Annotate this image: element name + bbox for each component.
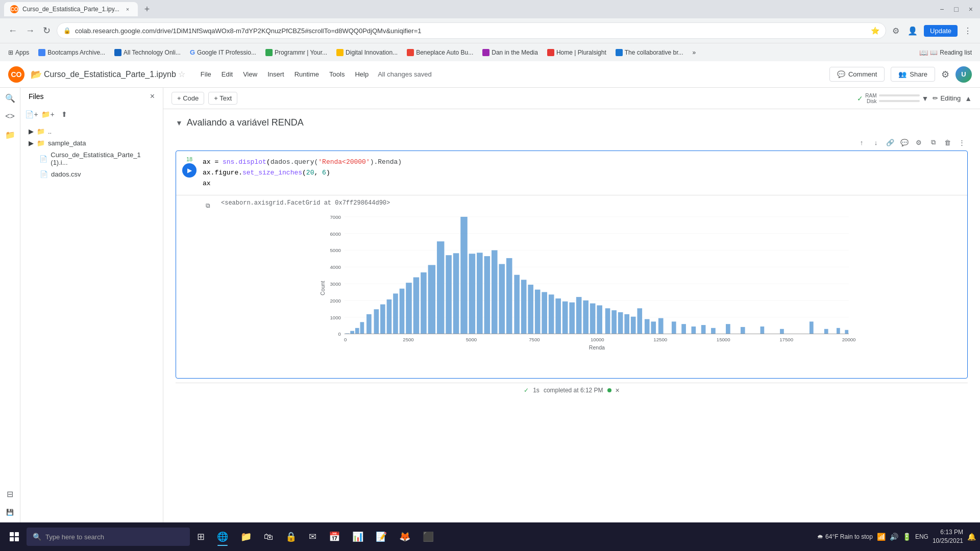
url-input[interactable] [75, 27, 867, 35]
taskbar-search-box[interactable]: 🔍 Type here to search [27, 528, 190, 546]
more-cell-button[interactable]: ⋮ [955, 136, 968, 148]
share-button[interactable]: 👥 Share [891, 67, 935, 82]
firefox-icon: 🦊 [399, 531, 410, 542]
taskbar-app-sticky[interactable]: 📝 [371, 527, 392, 547]
profile-button[interactable]: 👤 [905, 24, 920, 38]
sidebar-disk-icon-btn[interactable]: 💾 [2, 504, 18, 520]
taskbar-app-explorer[interactable]: 📁 [235, 527, 257, 547]
browser-tab[interactable]: CO Curso_de_Estatistica_Parte_1.ipy... × [4, 2, 138, 16]
move-up-button[interactable]: ↑ [855, 136, 868, 148]
taskbar-task-view[interactable]: ⊞ [192, 527, 210, 547]
taskbar-app-mail[interactable]: ✉ [304, 527, 322, 547]
move-down-button[interactable]: ↓ [870, 136, 882, 148]
expand-resources-button[interactable]: ▼ [922, 94, 929, 103]
file-tree-dados[interactable]: 📄 dados.csv [24, 168, 159, 180]
bookmark-programmr[interactable]: Programmr | Your... [261, 47, 331, 58]
bookmark-google-it[interactable]: G Google IT Professio... [186, 46, 260, 58]
weather-icon: 🌧 [817, 533, 823, 540]
file-tree-parent[interactable]: ▶ 📁 .. [24, 126, 159, 137]
bookmark-more[interactable]: » [689, 47, 700, 58]
run-cell-button[interactable]: ▶ [182, 163, 197, 178]
update-button[interactable]: Update [924, 25, 958, 37]
forward-button[interactable]: → [23, 23, 37, 38]
bookmark-beneplace[interactable]: Beneplace Auto Bu... [403, 47, 477, 58]
completion-text: completed at 6:12 PM [544, 387, 603, 394]
taskbar-app-security[interactable]: 🔒 [280, 527, 302, 547]
bookmark-tech[interactable]: All Technology Onli... [110, 47, 185, 58]
start-button[interactable] [4, 527, 24, 547]
folder-icon-parent: 📁 [37, 128, 45, 135]
volume-icon[interactable]: 🔊 [890, 533, 898, 541]
taskbar-app-edge[interactable]: 🌐 [212, 527, 233, 547]
taskbar-app-terminal[interactable]: ⬛ [418, 527, 439, 547]
maximize-button[interactable]: □ [951, 4, 961, 14]
menu-runtime[interactable]: Runtime [289, 67, 324, 81]
back-button[interactable]: ← [6, 23, 19, 38]
minimize-button[interactable]: − [937, 4, 947, 14]
comment-button[interactable]: 💬 Comment [829, 67, 885, 82]
svg-rect-70 [780, 329, 784, 334]
svg-rect-25 [400, 289, 405, 334]
copy-cell-button[interactable]: ⧉ [927, 136, 939, 148]
bookmark-pluralsight[interactable]: Home | Pluralsight [543, 47, 610, 58]
battery-icon[interactable]: 🔋 [902, 533, 911, 541]
add-text-button[interactable]: + Text [208, 92, 237, 105]
menu-view[interactable]: View [238, 67, 262, 81]
link-button[interactable]: 🔗 [884, 136, 896, 148]
bookmark-digital[interactable]: Digital Innovation... [332, 47, 402, 58]
taskbar-app-calendar[interactable]: 📅 [324, 527, 345, 547]
section-collapse-button[interactable]: ▼ [176, 119, 183, 127]
new-tab-button[interactable]: + [140, 2, 154, 16]
bookmark-dan-label: Dan in the Media [492, 49, 538, 56]
taskbar-search-placeholder: Type here to search [45, 533, 104, 541]
refresh-button[interactable]: ↻ [41, 23, 53, 38]
new-file-button[interactable]: 📄+ [24, 107, 39, 121]
file-tree-sample-data[interactable]: ▶ 📁 sample_data [24, 137, 159, 149]
task-view-icon: ⊞ [197, 531, 205, 542]
collapse-toolbar-button[interactable]: ▲ [965, 94, 972, 103]
sidebar-terminal-icon-btn[interactable]: ⊟ [2, 486, 18, 502]
bookmark-bootcamps[interactable]: Bootcamps Archive... [34, 47, 109, 58]
tab-close-button[interactable]: × [124, 5, 132, 13]
bookmark-dan[interactable]: Dan in the Media [478, 47, 542, 58]
menu-help[interactable]: Help [350, 67, 374, 81]
menu-file[interactable]: File [195, 67, 216, 81]
star-icon[interactable]: ☆ [178, 69, 185, 79]
menu-tools[interactable]: Tools [324, 67, 350, 81]
file-icon-notebook: 📄 [39, 155, 47, 163]
svg-text:5000: 5000 [466, 337, 477, 342]
sidebar-toc-icon-btn[interactable]: <> [2, 108, 18, 124]
menu-edit[interactable]: Edit [216, 67, 238, 81]
status-close-button[interactable]: × [616, 386, 620, 394]
sidebar-search-icon-btn[interactable]: 🔍 [2, 90, 18, 106]
settings-cell-button[interactable]: ⚙ [913, 136, 925, 148]
taskbar-app-store[interactable]: 🛍 [259, 527, 278, 547]
add-code-button[interactable]: + Code [172, 92, 204, 105]
network-icon[interactable]: 📶 [877, 533, 886, 541]
extensions-button[interactable]: ⚙ [890, 24, 901, 38]
upload-button[interactable]: ⬆ [57, 107, 71, 121]
bookmark-apps[interactable]: ⊞ Apps [4, 47, 33, 58]
check-icon: ✓ [857, 94, 863, 103]
code-content[interactable]: ax = sns.displot(dados.query('Renda<2000… [203, 155, 963, 191]
settings-button[interactable]: ⚙ [941, 69, 949, 80]
taskbar-search-icon: 🔍 [33, 533, 41, 541]
notification-icon[interactable]: 🔔 [967, 533, 976, 541]
address-bar[interactable]: 🔒 ⭐ [57, 22, 886, 39]
new-folder-button[interactable]: 📁+ [41, 107, 55, 121]
close-button[interactable]: × [966, 4, 976, 14]
folder-chevron-parent: ▶ [29, 128, 34, 135]
taskbar-app-firefox[interactable]: 🦊 [394, 527, 415, 547]
taskbar-app-excel[interactable]: 📊 [347, 527, 369, 547]
menu-insert[interactable]: Insert [262, 67, 289, 81]
user-avatar[interactable]: U [955, 66, 972, 83]
sidebar-close-button[interactable]: × [150, 92, 155, 101]
bookmark-collab[interactable]: The collaborative br... [611, 47, 688, 58]
copy-output-button[interactable]: ⧉ [203, 201, 213, 211]
file-tree-notebook[interactable]: 📄 Curso_de_Estatística_Parte_1 (1).i... [24, 149, 159, 168]
sidebar-files-icon-btn[interactable]: 📁 [2, 127, 18, 143]
menu-button[interactable]: ⋮ [962, 24, 974, 38]
delete-cell-button[interactable]: 🗑 [941, 136, 953, 148]
reading-list-button[interactable]: 📖 📖 Reading list [915, 46, 976, 59]
comment-cell-button[interactable]: 💬 [898, 136, 911, 148]
